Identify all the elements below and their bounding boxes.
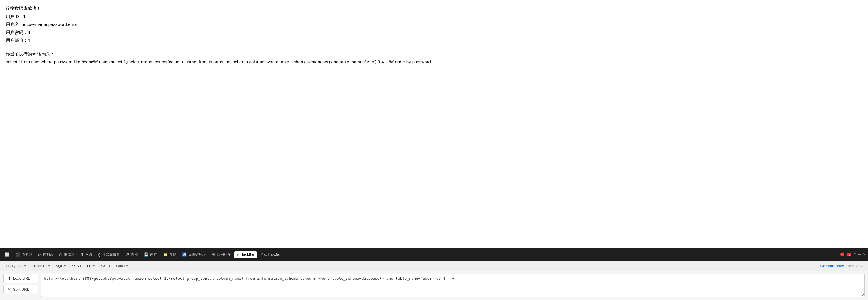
tab-accessibility[interactable]: ♿ 无障碍环境 xyxy=(180,251,208,258)
split-url-icon: ✂ xyxy=(8,287,11,292)
encoding-label: Encoding xyxy=(32,264,47,268)
xxe-chevron: ▾ xyxy=(109,264,110,268)
load-url-button[interactable]: ⬆ Load URL xyxy=(3,274,38,283)
username-line: 用户名：id,username,password,email xyxy=(6,21,862,28)
sql-menu[interactable]: SQL ▾ xyxy=(53,263,68,269)
notification-icon: 🔴 xyxy=(840,252,844,257)
split-url-label: Split URL xyxy=(13,287,29,292)
devtools-bar: ⬜ ⬛ 查看器 ▷ 控制台 ⬡ 调试器 ⇅ 网络 {} 样式编辑器 ⏱ 性能 💾… xyxy=(0,248,868,261)
tab-inspector[interactable]: ⬛ 查看器 xyxy=(13,251,35,258)
pick-icon: ⬜ xyxy=(5,252,9,257)
accessibility-icon: ♿ xyxy=(182,252,187,257)
hackbar-panel: Encryption ▾ Encoding ▾ SQL ▾ XSS ▾ LFI … xyxy=(0,261,868,300)
memory-icon: 💾 xyxy=(144,252,149,257)
inspector-icon: ⬛ xyxy=(16,252,20,257)
more-options-icon[interactable]: ··· xyxy=(858,252,861,257)
hackbar-url-area xyxy=(41,274,865,298)
tab-network[interactable]: ⇅ 网络 xyxy=(78,251,94,258)
tab-max-hackbar[interactable]: Max HaKBar xyxy=(258,251,282,258)
tab-application-label: 应用程序 xyxy=(217,252,231,257)
tab-network-label: 网络 xyxy=(85,252,92,257)
lfi-label: LFI xyxy=(87,264,92,268)
db-success-line: 连接数据库成功！ xyxy=(6,5,862,12)
tab-style-editor-label: 样式编辑器 xyxy=(102,252,120,257)
tab-inspector-label: 查看器 xyxy=(22,252,32,257)
close-devtools-icon[interactable]: ✕ xyxy=(863,252,866,257)
hackbar-icon: ● xyxy=(237,252,239,257)
main-content: 连接数据库成功！ 用户ID：1 用户名：id,username,password… xyxy=(0,0,868,248)
hackbar-version: HackBar v2 xyxy=(846,264,865,268)
tab-max-hackbar-label: Max HaKBar xyxy=(260,252,280,257)
xss-label: XSS xyxy=(71,264,79,268)
storage-icon: 📁 xyxy=(163,252,167,257)
tab-accessibility-label: 无障碍环境 xyxy=(188,252,206,257)
other-chevron: ▾ xyxy=(126,264,128,268)
other-menu[interactable]: Other ▾ xyxy=(114,263,130,269)
lfi-chevron: ▾ xyxy=(93,264,94,268)
network-icon: ⇅ xyxy=(80,252,84,257)
xxe-label: XXE xyxy=(100,264,108,268)
tab-memory-label: 内存 xyxy=(150,252,157,257)
encryption-chevron: ▾ xyxy=(24,264,26,268)
sql-label: SQL xyxy=(56,264,63,268)
tab-debugger[interactable]: ⬡ 调试器 xyxy=(57,251,77,258)
password-line: 用户密码：3 xyxy=(6,29,862,36)
sql-query: select * from user where password like '… xyxy=(6,58,862,66)
encryption-menu[interactable]: Encryption ▾ xyxy=(3,263,28,269)
debugger-icon: ⬡ xyxy=(59,252,62,257)
hackbar-action-buttons: ⬆ Load URL ✂ Split URL xyxy=(3,274,38,294)
separator xyxy=(6,47,862,47)
tab-storage[interactable]: 📁 存储 xyxy=(161,251,179,258)
performance-icon: ⏱ xyxy=(126,252,129,257)
tab-performance[interactable]: ⏱ 性能 xyxy=(123,251,140,258)
tab-console[interactable]: ▷ 控制台 xyxy=(36,251,56,258)
lfi-menu[interactable]: LFI ▾ xyxy=(85,263,97,269)
encoding-chevron: ▾ xyxy=(49,264,50,268)
other-label: Other xyxy=(116,264,126,268)
notification-badge: 1 xyxy=(847,253,851,257)
xxe-menu[interactable]: XXE ▾ xyxy=(98,263,113,269)
url-input[interactable] xyxy=(41,274,865,297)
tab-hackbar-label: HackBar xyxy=(241,252,255,257)
sql-chevron: ▾ xyxy=(64,264,65,268)
split-url-button[interactable]: ✂ Split URL xyxy=(3,284,38,294)
xss-menu[interactable]: XSS ▾ xyxy=(69,263,84,269)
load-url-icon: ⬆ xyxy=(8,276,11,280)
tab-hackbar[interactable]: ● HackBar xyxy=(234,251,257,258)
style-editor-icon: {} xyxy=(98,252,101,257)
devtools-right-controls: 🔴 1 ⬚ ··· ✕ xyxy=(840,252,866,257)
devtools-pick-button[interactable]: ⬜ xyxy=(2,251,12,258)
encoding-menu[interactable]: Encoding ▾ xyxy=(29,263,52,269)
console-icon: ▷ xyxy=(38,252,41,257)
encryption-label: Encryption xyxy=(6,264,24,268)
load-url-label: Load URL xyxy=(13,276,30,280)
tab-application[interactable]: ▦ 应用程序 xyxy=(209,251,233,258)
hackbar-toolbar: Encryption ▾ Encoding ▾ SQL ▾ XSS ▾ LFI … xyxy=(0,261,868,271)
commit-button[interactable]: Commit now! xyxy=(820,264,844,268)
tab-debugger-label: 调试器 xyxy=(64,252,74,257)
tab-memory[interactable]: 💾 内存 xyxy=(142,251,159,258)
email-line: 用户邮箱：4 xyxy=(6,36,862,44)
hackbar-main: ⬆ Load URL ✂ Split URL xyxy=(0,271,868,300)
responsive-design-icon[interactable]: ⬚ xyxy=(853,252,857,257)
tab-style-editor[interactable]: {} 样式编辑器 xyxy=(96,251,122,258)
user-id-line: 用户ID：1 xyxy=(6,13,862,20)
application-icon: ▦ xyxy=(212,252,215,257)
xss-chevron: ▾ xyxy=(80,264,81,268)
tab-performance-label: 性能 xyxy=(131,252,138,257)
tab-console-label: 控制台 xyxy=(43,252,53,257)
sql-label: 你当前执行的sql语句为： xyxy=(6,50,862,58)
tab-storage-label: 存储 xyxy=(169,252,176,257)
